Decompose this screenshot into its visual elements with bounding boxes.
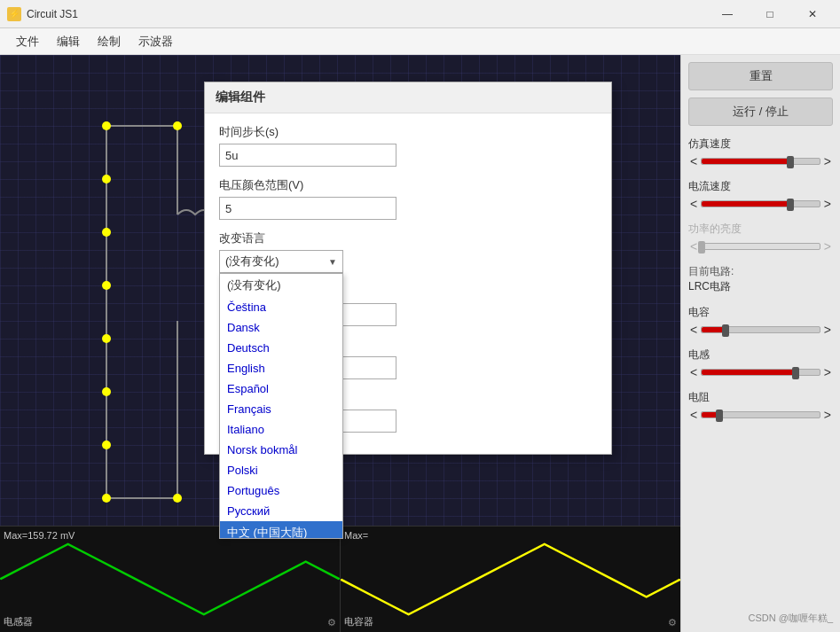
- dialog-body: 时间步长(s) 电压颜色范围(V) 改变语言 (没有变化) ▼: [205, 113, 611, 454]
- language-group: 改变语言 (没有变化) ▼ (没有变化) Čeština Dansk Deuts…: [219, 230, 597, 273]
- maximize-button[interactable]: □: [750, 0, 790, 28]
- menu-oscilloscope[interactable]: 示波器: [130, 30, 182, 53]
- lang-cestina[interactable]: Čeština: [220, 297, 342, 317]
- window-controls: — □ ✕: [707, 0, 833, 28]
- timestep-input[interactable]: [219, 144, 396, 167]
- lang-portugues[interactable]: Português: [220, 480, 342, 501]
- menu-edit[interactable]: 编辑: [48, 30, 89, 53]
- timestep-label: 时间步长(s): [219, 124, 597, 140]
- lang-francais[interactable]: Français: [220, 399, 342, 419]
- lang-english[interactable]: English: [220, 358, 342, 378]
- lang-espanol[interactable]: Español: [220, 378, 342, 399]
- voltage-range-label: 电压颜色范围(V): [219, 177, 597, 193]
- dropdown-arrow-icon: ▼: [328, 257, 337, 267]
- lang-no-change[interactable]: (没有变化): [220, 274, 342, 297]
- menu-file[interactable]: 文件: [7, 30, 48, 53]
- titlebar: ⚡ Circuit JS1 — □ ✕: [0, 0, 840, 28]
- app-icon: ⚡: [7, 7, 21, 21]
- dialog-title: 编辑组件: [205, 82, 611, 113]
- lang-dansk[interactable]: Dansk: [220, 317, 342, 338]
- modal-overlay: 编辑组件 时间步长(s) 电压颜色范围(V) 改变语言 (没有变化) ▼: [0, 55, 840, 632]
- edit-component-dialog: 编辑组件 时间步长(s) 电压颜色范围(V) 改变语言 (没有变化) ▼: [204, 82, 612, 455]
- menu-draw[interactable]: 绘制: [89, 30, 130, 53]
- timestep-group: 时间步长(s): [219, 124, 597, 167]
- selected-language-text: (没有变化): [225, 254, 279, 269]
- menubar: 文件 编辑 绘制 示波器: [0, 28, 840, 55]
- minimize-button[interactable]: —: [707, 0, 748, 28]
- lang-italiano[interactable]: Italiano: [220, 419, 342, 440]
- language-label: 改变语言: [219, 230, 597, 246]
- lang-deutsch[interactable]: Deutsch: [220, 338, 342, 358]
- lang-chinese-mainland[interactable]: 中文 (中国大陆): [220, 521, 342, 539]
- language-dropdown-list: (没有变化) Čeština Dansk Deutsch English Esp…: [219, 273, 343, 539]
- close-button[interactable]: ✕: [792, 0, 833, 28]
- app-title: Circuit JS1: [27, 8, 707, 20]
- lang-russian[interactable]: Русский: [220, 501, 342, 521]
- lang-polski[interactable]: Polski: [220, 460, 342, 480]
- language-dropdown-container: (没有变化) ▼ (没有变化) Čeština Dansk Deutsch En…: [219, 250, 343, 273]
- language-dropdown-selected[interactable]: (没有变化) ▼: [219, 250, 343, 273]
- main-content: Max=159.72 mV 电感器 ⚙ Max= 电容器 ⚙ 重置 运行 / 停…: [0, 55, 840, 632]
- lang-norsk[interactable]: Norsk bokmål: [220, 440, 342, 460]
- voltage-range-group: 电压颜色范围(V): [219, 177, 597, 220]
- voltage-range-input[interactable]: [219, 197, 396, 220]
